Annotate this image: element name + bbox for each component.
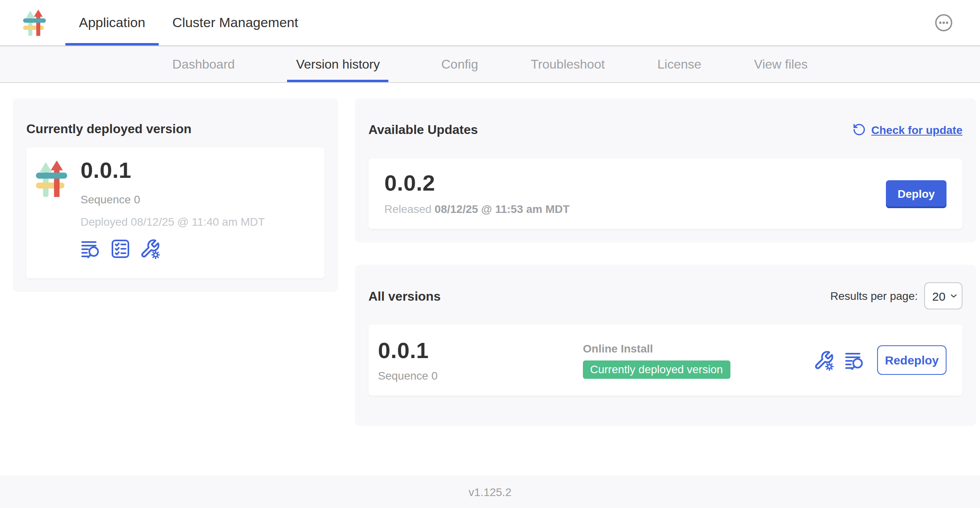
install-type: Online Install [583, 342, 730, 354]
check-for-update-link[interactable]: Check for update [852, 123, 962, 137]
available-updates-header: Available Updates Check for update [368, 112, 962, 148]
top-header: Application Cluster Management [0, 0, 980, 46]
deployed-actions [81, 238, 265, 259]
app-logo-icon [36, 160, 68, 197]
version-row: 0.0.1 Sequence 0 Online Install Currentl… [368, 325, 962, 396]
results-per-page-select-wrap: 20 [924, 283, 962, 310]
edit-config-icon[interactable] [813, 350, 834, 370]
subnav-item-version-history[interactable]: Version history [287, 46, 389, 82]
version-row-status: Online Install Currently deployed versio… [583, 342, 730, 378]
tab-cluster-management[interactable]: Cluster Management [159, 0, 312, 45]
tab-application[interactable]: Application [65, 0, 159, 45]
subnav-item-config[interactable]: Config [441, 46, 478, 82]
page-footer: v1.125.2 [0, 475, 980, 508]
main-content: Currently deployed version 0.0.1 Sequenc… [0, 83, 980, 426]
ellipsis-menu-icon[interactable] [935, 14, 953, 32]
version-row-actions [813, 350, 865, 370]
results-per-page-label: Results per page: [830, 290, 918, 303]
update-info: 0.0.2 Released 08/12/25 @ 11:53 am MDT [384, 171, 570, 215]
app-subnav: Dashboard Version history Config Trouble… [0, 46, 980, 83]
deployed-sequence: Sequence 0 [81, 193, 265, 205]
release-notes-icon[interactable] [81, 238, 101, 259]
admin-console-page: Application Cluster Management Dashboard… [0, 0, 980, 508]
tab-application-label: Application [79, 15, 145, 31]
deployed-version: 0.0.1 [81, 158, 265, 182]
all-versions-card: All versions Results per page: 20 0.0. [355, 264, 976, 426]
released-prefix: Released [384, 203, 431, 215]
header-tabs: Application Cluster Management [65, 0, 312, 45]
subnav-item-license[interactable]: License [657, 46, 701, 82]
available-updates-title: Available Updates [368, 122, 478, 138]
subnav-item-dashboard[interactable]: Dashboard [172, 46, 235, 82]
deployed-info: 0.0.1 Sequence 0 Deployed 08/12/25 @ 11:… [81, 158, 265, 278]
results-per-page-select[interactable]: 20 [924, 283, 962, 310]
deployed-status-badge: Currently deployed version [583, 360, 730, 378]
available-updates-card: Available Updates Check for update 0.0.2… [355, 98, 976, 242]
update-version: 0.0.2 [384, 171, 570, 195]
row-sequence: Sequence 0 [378, 369, 583, 382]
version-row-info: 0.0.1 Sequence 0 [378, 339, 583, 382]
currently-deployed-title: Currently deployed version [26, 122, 325, 137]
subnav-item-view-files[interactable]: View files [754, 46, 808, 82]
deploy-button[interactable]: Deploy [886, 180, 947, 207]
edit-config-icon[interactable] [140, 238, 160, 259]
preflight-checks-icon[interactable] [110, 238, 131, 259]
subnav-label-version-history: Version history [296, 57, 380, 71]
all-versions-title: All versions [368, 289, 441, 304]
subnav-label-view-files: View files [754, 57, 808, 71]
subnav-label-config: Config [441, 57, 478, 71]
release-notes-icon[interactable] [844, 350, 865, 370]
subnav-label-license: License [657, 57, 701, 71]
currently-deployed-card: Currently deployed version 0.0.1 Sequenc… [13, 98, 338, 291]
redeploy-button[interactable]: Redeploy [877, 345, 947, 375]
app-logo-icon [23, 10, 46, 36]
row-version: 0.0.1 [378, 339, 583, 362]
released-date: 08/12/25 @ 11:53 am MDT [435, 203, 570, 215]
check-for-update-label: Check for update [871, 124, 962, 136]
tab-cluster-management-label: Cluster Management [172, 15, 298, 31]
subnav-label-dashboard: Dashboard [172, 57, 235, 71]
all-versions-header: All versions Results per page: 20 [368, 278, 962, 314]
update-row: 0.0.2 Released 08/12/25 @ 11:53 am MDT D… [368, 158, 962, 228]
console-version: v1.125.2 [468, 485, 511, 498]
currently-deployed-inner: 0.0.1 Sequence 0 Deployed 08/12/25 @ 11:… [26, 147, 325, 278]
deployed-timestamp: Deployed 08/12/25 @ 11:40 am MDT [81, 215, 265, 228]
subnav-item-troubleshoot[interactable]: Troubleshoot [531, 46, 605, 82]
refresh-icon [852, 123, 866, 137]
subnav-label-troubleshoot: Troubleshoot [531, 57, 605, 71]
results-per-page: Results per page: 20 [830, 283, 962, 310]
update-released: Released 08/12/25 @ 11:53 am MDT [384, 203, 570, 215]
right-column: Available Updates Check for update 0.0.2… [355, 98, 976, 426]
